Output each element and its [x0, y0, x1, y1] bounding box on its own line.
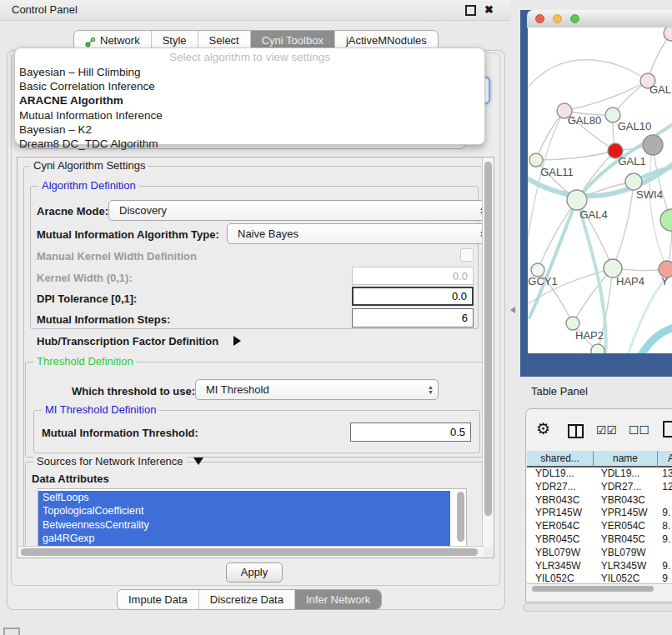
cyni-settings-viewport: Cyni Algorithm Settings Algorithm Defini… [18, 158, 484, 547]
mi-threshold-field[interactable]: 0.5 [350, 422, 471, 442]
list-scrollbar-thumb[interactable] [457, 492, 464, 542]
window-close-button[interactable] [535, 14, 544, 23]
mi-algorithm-type-combobox[interactable]: Naive Bayes ▲▼ [227, 223, 484, 244]
table-cell: YBR045C [527, 533, 593, 547]
algorithm-option-dream8-dc-tdc-algorithm[interactable]: Dream8 DC_TDC Algorithm [19, 137, 481, 151]
float-window-icon[interactable] [465, 5, 476, 16]
cyni-algorithm-settings-title: Cyni Algorithm Settings [30, 160, 148, 172]
node-label: Y [661, 275, 669, 288]
data-attributes-label: Data Attributes [32, 472, 109, 485]
node-label: GAL10 [618, 120, 651, 132]
window-zoom-button[interactable] [570, 14, 579, 23]
table-body: YDL19...YDL19...13YDR27...YDR27...12YBR0… [527, 468, 672, 583]
gear-icon[interactable]: ⚙ [536, 419, 550, 438]
apply-button[interactable]: Apply [226, 562, 283, 582]
tab-impute-data[interactable]: Impute Data [118, 590, 199, 609]
table-row[interactable]: YPR145WYPR145W9. [527, 507, 672, 520]
network-edge [536, 151, 615, 160]
table-cell: YDL19... [527, 468, 593, 481]
network-node[interactable] [660, 209, 672, 231]
network-node[interactable] [664, 28, 672, 41]
table-row[interactable]: YER054CYER054C8. [527, 520, 672, 533]
tab-label: Network [100, 32, 140, 49]
settings-horizontal-scrollbar[interactable] [18, 546, 484, 558]
table-cell: YBR045C [593, 533, 656, 547]
minimized-panel-icon[interactable] [3, 628, 20, 635]
network-canvas[interactable]: GALGAL80GAL10GAL1GAL11SWI4GAL4GCY1HAP4YH… [528, 28, 672, 353]
deselect-all-checkboxes-icon[interactable]: ☐☐ [629, 423, 649, 437]
node-label: SWI4 [636, 188, 663, 201]
manual-kernel-width-checkbox[interactable] [460, 248, 474, 262]
settings-vscroll-thumb[interactable] [484, 162, 492, 516]
kernel-width-field[interactable]: 0.0 [352, 267, 474, 285]
tab-label: Infer Network [306, 591, 370, 608]
table-row[interactable]: YIL052CYIL052C9 [527, 572, 672, 583]
window-minimize-button[interactable] [553, 14, 562, 23]
algorithm-definition-title: Algorithm Definition [38, 180, 139, 192]
table-cell: 8. [655, 520, 672, 533]
table-horizontal-scrollbar[interactable] [527, 583, 672, 594]
tab-discretize-data[interactable]: Discretize Data [199, 590, 295, 609]
which-threshold-label: Which threshold to use: [72, 385, 195, 398]
network-node[interactable] [643, 135, 663, 155]
threshold-definition-title: Threshold Definition [33, 356, 137, 368]
table-row[interactable]: YDR27...YDR27...12 [527, 481, 672, 494]
table-row[interactable]: YLR345WYLR345W9. [527, 560, 672, 573]
network-node[interactable] [591, 344, 604, 353]
network-edge [653, 145, 671, 220]
mi-threshold-label: Mutual Information Threshold: [42, 427, 198, 439]
table-hscroll-thumb[interactable] [532, 586, 654, 592]
node-label: GAL11 [540, 166, 574, 178]
document-icon[interactable] [663, 421, 672, 438]
tab-infer-network[interactable]: Infer Network [295, 590, 381, 609]
sources-collapse-icon[interactable] [193, 458, 203, 465]
table-cell: YBL079W [527, 547, 593, 560]
select-all-checkboxes-icon[interactable]: ☑☑ [596, 423, 617, 437]
which-threshold-combobox[interactable]: MI Threshold ▲▼ [195, 379, 439, 400]
algorithm-option-basic-correlation-inference[interactable]: Basic Correlation Inference [19, 79, 481, 93]
network-window-titlebar[interactable] [527, 10, 672, 28]
aracne-mode-label: Aracne Mode: [37, 205, 108, 218]
table-row[interactable]: YBL079WYBL079W [527, 547, 672, 560]
close-icon[interactable]: ✖ [484, 0, 494, 20]
algorithm-option-mutual-information-inference[interactable]: Mutual Information Inference [19, 108, 481, 122]
network-node[interactable] [625, 173, 642, 190]
attribute-item-betweennesscentrality[interactable]: BetweennessCentrality [38, 518, 450, 532]
dpi-tolerance-label: DPI Tolerance [0,1]: [37, 292, 137, 305]
aracne-mode-value: Discovery [119, 201, 167, 220]
algorithm-option-bayesian-hill-climbing[interactable]: Bayesian – Hill Climbing [19, 65, 481, 79]
network-node[interactable] [566, 317, 579, 330]
algorithm-option-bayesian-k2[interactable]: Bayesian – K2 [19, 122, 481, 137]
attribute-item-selfloops[interactable]: SelfLoops [38, 491, 450, 504]
table-panel: ⚙ ☑☑ ☐☐ shared...nameA YDL19...YDL19...1… [525, 408, 672, 602]
mi-steps-field[interactable]: 6 [352, 308, 474, 328]
algorithm-option-aracne-algorithm[interactable]: ARACNE Algorithm [19, 93, 481, 108]
table-row[interactable]: YBR045CYBR045C9. [527, 533, 672, 547]
column-header-name[interactable]: name [594, 451, 658, 468]
panel-splitter-arrow[interactable] [510, 307, 515, 313]
settings-hscroll-thumb[interactable] [21, 548, 478, 556]
table-cell: YDR27... [593, 481, 656, 494]
columns-icon[interactable] [568, 424, 584, 438]
table-row[interactable]: YDL19...YDL19...13 [527, 468, 672, 481]
table-cell: YIL052C [527, 572, 593, 583]
settings-vertical-scrollbar[interactable] [482, 158, 494, 548]
network-node[interactable] [529, 153, 543, 167]
dpi-tolerance-field[interactable]: 0.0 [352, 287, 474, 306]
tab-label: Discretize Data [210, 591, 283, 608]
table-panel-title: Table Panel [531, 385, 588, 398]
aracne-mode-combobox[interactable]: Discovery ▲▼ [108, 200, 484, 221]
node-label: GCY1 [528, 275, 557, 288]
column-header-shared[interactable]: shared... [527, 451, 594, 468]
table-cell [655, 494, 672, 508]
hub-expand-icon[interactable] [233, 336, 241, 346]
kernel-width-label: Kernel Width (0,1): [37, 272, 133, 284]
column-header-a[interactable]: A [658, 451, 672, 468]
network-node[interactable] [567, 190, 587, 210]
cyni-bottom-tabs: Impute DataDiscretize DataInfer Network [117, 589, 382, 610]
attribute-item-topologicalcoefficient[interactable]: TopologicalCoefficient [38, 504, 450, 518]
table-cell: YBR043C [593, 494, 656, 508]
attribute-item-gal4rgexp[interactable]: gal4RGexp [38, 532, 450, 545]
table-row[interactable]: YBR043CYBR043C [527, 494, 672, 508]
node-label: HAP4 [616, 275, 644, 288]
